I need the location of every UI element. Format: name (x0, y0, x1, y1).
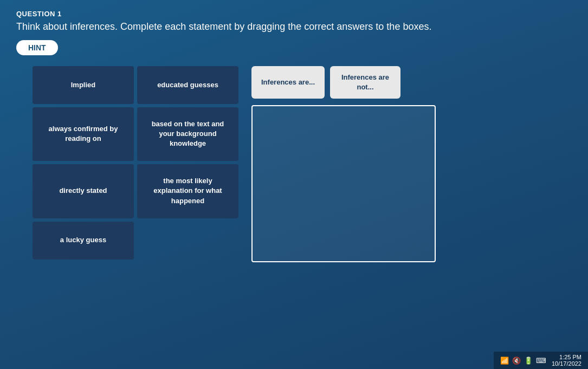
drag-item-based-on-text[interactable]: based on the text and your background kn… (137, 107, 238, 161)
volume-icon: 🔇 (512, 357, 521, 365)
drag-item-directly-stated[interactable]: directly stated (33, 164, 134, 218)
drag-item-always-confirmed[interactable]: always confirmed by reading on (33, 107, 134, 161)
drag-item-most-likely[interactable]: the most likely explanation for what hap… (137, 164, 238, 218)
category-are-not-button[interactable]: Inferences arenot... (330, 66, 400, 99)
drag-item-lucky-guess[interactable]: a lucky guess (33, 222, 134, 260)
right-panel: Inferences are... Inferences arenot... (251, 66, 572, 262)
instruction-text: Think about inferences. Complete each st… (16, 21, 572, 33)
wifi-icon: 📶 (500, 357, 509, 365)
taskbar: 📶 🔇 🔋 ⌨ 1:25 PM 10/17/2022 (494, 352, 588, 369)
battery-icon: 🔋 (524, 357, 533, 365)
question-label: QUESTION 1 (16, 10, 572, 18)
content-area: Implied educated guesses always confirme… (16, 66, 572, 262)
drop-zone[interactable] (251, 105, 436, 262)
taskbar-icons: 📶 🔇 🔋 ⌨ (500, 357, 546, 365)
keyboard-icon: ⌨ (536, 357, 546, 365)
category-are-button[interactable]: Inferences are... (251, 66, 325, 99)
hint-button[interactable]: HINT (16, 40, 58, 55)
main-screen: QUESTION 1 Think about inferences. Compl… (0, 0, 588, 369)
taskbar-time: 1:25 PM 10/17/2022 (552, 354, 581, 367)
category-buttons: Inferences are... Inferences arenot... (251, 66, 572, 99)
drag-item-implied[interactable]: Implied (33, 66, 134, 104)
drag-items-grid: Implied educated guesses always confirme… (33, 66, 238, 260)
drag-item-educated-guesses[interactable]: educated guesses (137, 66, 238, 104)
